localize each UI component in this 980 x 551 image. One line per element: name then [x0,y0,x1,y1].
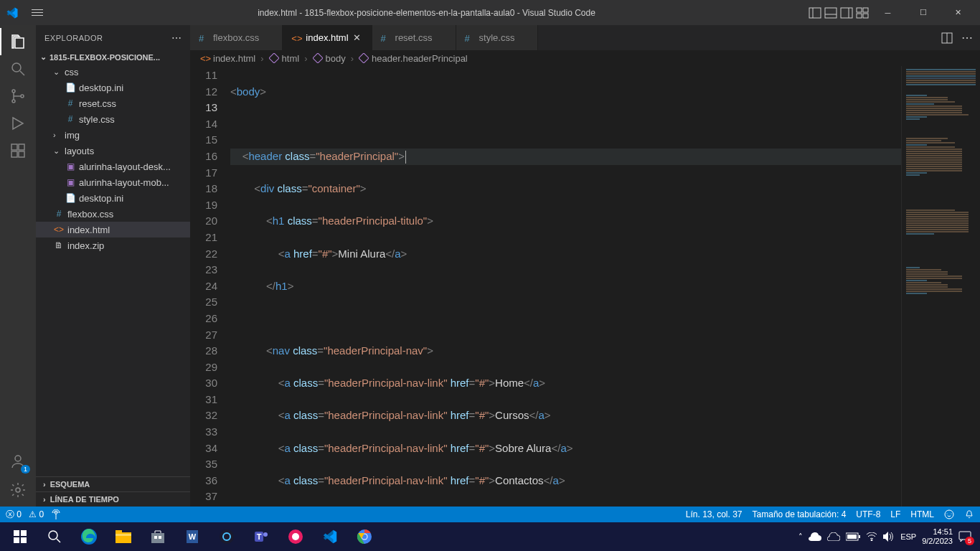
timeline-section[interactable]: ›LÍNEA DE TIEMPO [36,491,190,507]
project-root[interactable]: ⌄1815-FLEXBOX-POSICIONE... [36,50,190,64]
windows-start-button[interactable] [3,522,37,551]
minimap[interactable] [901,66,980,507]
tab-reset-css[interactable]: #reset.css✕ [372,25,456,50]
status-feedback-icon[interactable] [944,509,954,519]
status-notifications-icon[interactable] [964,509,974,519]
css-file-icon: # [199,33,209,43]
taskbar-cloud-icon[interactable] [827,532,840,541]
taskbar-chevron-up-icon[interactable]: ˄ [798,532,803,542]
window-close-button[interactable]: ✕ [942,0,974,25]
svg-rect-16 [11,151,17,157]
taskbar-teams-icon[interactable]: T [244,522,278,551]
activity-bar: 1 [0,25,36,507]
taskbar-copilot-icon[interactable] [209,522,244,551]
folder-layouts[interactable]: ⌄layouts [36,143,190,159]
close-icon[interactable]: ✕ [353,32,363,43]
taskbar-explorer-icon[interactable] [106,522,141,551]
file-reset-css[interactable]: #reset.css [36,95,190,111]
taskbar-chrome-icon[interactable] [347,522,382,551]
taskbar-clock[interactable]: 14:51 9/2/2023 [922,527,953,546]
svg-point-43 [220,529,234,544]
taskbar-language[interactable]: ESP [900,532,916,541]
svg-rect-25 [359,53,369,63]
file-desktop-ini-layouts[interactable]: 📄desktop.ini [36,190,190,206]
account-icon[interactable]: 1 [9,452,27,471]
search-icon[interactable] [9,60,27,78]
breadcrumb-header[interactable]: header.headerPrincipal [372,53,468,64]
run-debug-icon[interactable] [9,114,27,133]
code-content[interactable]: <body> <header class="headerPrincipal"> … [230,66,980,507]
breadcrumb-file[interactable]: index.html [213,53,255,64]
css-file-icon: # [381,33,391,43]
svg-rect-18 [19,144,24,150]
file-alurinha-mob[interactable]: ▣alurinha-layout-mob... [36,174,190,190]
taskbar-store-icon[interactable] [141,522,175,551]
more-actions-icon[interactable]: ⋯ [961,31,973,44]
taskbar-wifi-icon[interactable] [866,532,877,541]
taskbar-battery-icon[interactable] [846,532,860,541]
file-index-html[interactable]: <>index.html [36,222,190,237]
taskbar-word-icon[interactable]: W [175,522,209,551]
outline-section[interactable]: ›ESQUEMA [36,476,190,491]
source-control-icon[interactable] [9,87,27,105]
svg-rect-40 [159,536,161,539]
folder-css[interactable]: ⌄css [36,64,190,80]
explorer-more-icon[interactable]: ⋯ [171,32,182,44]
file-style-css[interactable]: #style.css [36,111,190,127]
svg-point-19 [15,456,21,461]
svg-rect-28 [14,530,19,536]
explorer-title: EXPLORADOR [44,34,103,42]
svg-rect-4 [841,8,852,18]
windows-search-icon[interactable] [37,522,72,551]
layout-customize-icon[interactable] [856,7,869,19]
taskbar-notifications-icon[interactable]: 5 [958,531,971,542]
svg-rect-8 [857,14,862,18]
explorer-icon[interactable] [9,32,27,51]
title-bar: index.html - 1815-flexbox-posicione-elem… [0,0,980,25]
breadcrumb-html[interactable]: html [282,53,300,64]
file-alurinha-desk[interactable]: ▣alurinha-layout-desk... [36,159,190,174]
status-warnings[interactable]: ⚠ 0 [29,509,44,519]
extensions-icon[interactable] [9,141,27,160]
window-minimize-button[interactable]: ─ [872,0,904,25]
status-encoding[interactable]: UTF-8 [856,509,880,519]
status-cursor-position[interactable]: Lín. 13, col. 37 [686,509,743,519]
symbol-icon [313,53,323,63]
svg-point-27 [945,510,953,519]
hamburger-menu-icon[interactable] [32,6,44,19]
status-radio-tower-icon[interactable] [51,509,61,519]
status-eol[interactable]: LF [890,509,900,519]
layout-panel-left-icon[interactable] [809,7,821,19]
tab-flexbox-css[interactable]: #flexbox.css✕ [190,25,283,50]
code-editor[interactable]: 1112131415161718192021222324252627282930… [190,66,980,507]
status-tab-size[interactable]: Tamaño de tabulación: 4 [753,509,847,519]
taskbar-onedrive-icon[interactable] [809,532,821,541]
file-desktop-ini-css[interactable]: 📄desktop.ini [36,80,190,95]
svg-point-56 [871,540,872,541]
taskbar-volume-icon[interactable] [883,532,895,542]
html-file-icon: <> [53,224,65,235]
layout-panel-bottom-icon[interactable] [824,7,837,19]
folder-img[interactable]: ›img [36,127,190,143]
image-file-icon: ▣ [65,176,76,188]
tab-index-html[interactable]: <>index.html✕ [283,25,372,50]
taskbar-edge-icon[interactable] [72,522,106,551]
status-errors[interactable]: ⓧ 0 [6,509,22,521]
breadcrumb[interactable]: <> index.html › html › body › header.hea… [190,50,980,66]
file-flexbox-css[interactable]: #flexbox.css [36,206,190,222]
split-editor-icon[interactable] [941,32,953,44]
svg-point-26 [55,512,57,514]
breadcrumb-body[interactable]: body [326,53,346,64]
taskbar-vscode-icon[interactable] [313,522,347,551]
tab-style-css[interactable]: #style.css✕ [456,25,539,50]
settings-gear-icon[interactable] [9,481,27,499]
status-language[interactable]: HTML [910,509,934,519]
svg-text:W: W [189,532,197,541]
window-maximize-button[interactable]: ☐ [907,0,939,25]
taskbar-app-icon[interactable] [278,522,313,551]
layout-panel-right-icon[interactable] [840,7,853,19]
file-index-zip[interactable]: 🗎index.zip [36,237,190,253]
svg-rect-0 [809,8,821,18]
svg-point-14 [21,95,24,98]
editor-area: #flexbox.css✕ <>index.html✕ #reset.css✕ … [190,25,980,507]
